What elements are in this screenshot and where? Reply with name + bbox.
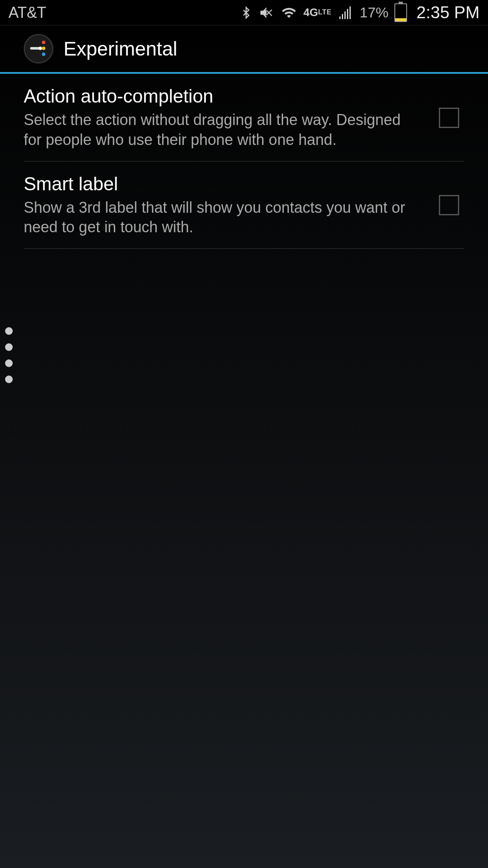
clock: 2:35 PM [416, 3, 480, 22]
setting-description: Select the action without dragging all t… [24, 110, 422, 150]
page-indicator[interactable] [5, 327, 13, 383]
page-dot [5, 359, 13, 367]
setting-description: Show a 3rd label that will show you cont… [24, 198, 422, 238]
page-dot [5, 376, 13, 383]
setting-title: Action auto-completion [24, 86, 422, 107]
battery-percent: 17% [360, 4, 388, 21]
header: Experimental [0, 25, 488, 72]
wifi-icon [280, 5, 297, 20]
checkbox-smart-label[interactable] [439, 195, 459, 215]
app-icon [24, 34, 53, 64]
setting-title: Smart label [24, 173, 422, 195]
mute-icon [258, 5, 274, 21]
checkbox-action-autocompletion[interactable] [439, 108, 459, 128]
page-title: Experimental [64, 37, 177, 60]
network-type-icon: 4G LTE [303, 8, 332, 17]
bluetooth-icon [240, 4, 252, 21]
page-dot [5, 343, 13, 351]
setting-smart-label[interactable]: Smart label Show a 3rd label that will s… [24, 161, 464, 249]
setting-action-autocompletion[interactable]: Action auto-completion Select the action… [24, 74, 464, 161]
status-bar[interactable]: AT&T 4G LTE 17% 2: [0, 0, 488, 25]
carrier-label: AT&T [8, 4, 46, 22]
page-dot [5, 327, 13, 335]
battery-icon [394, 3, 407, 22]
signal-icon [338, 5, 354, 20]
settings-list: Action auto-completion Select the action… [0, 74, 488, 249]
status-right: 4G LTE 17% 2:35 PM [240, 3, 480, 22]
